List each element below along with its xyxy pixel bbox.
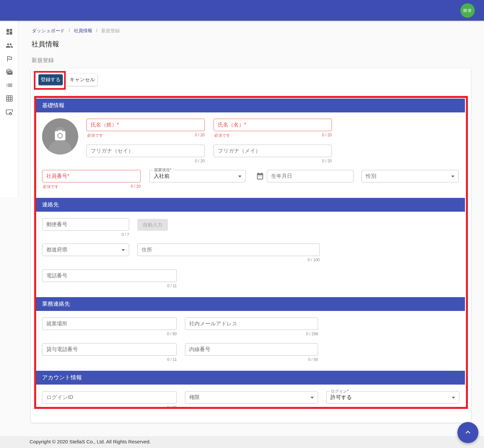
- permission-select[interactable]: 権限: [185, 391, 318, 404]
- prefecture-select[interactable]: 都道府県: [42, 244, 129, 256]
- section-header-account: アカウント情報: [36, 371, 465, 385]
- page-title: 社員情報: [32, 39, 59, 49]
- profile-photo-upload[interactable]: [42, 118, 78, 154]
- employee-number-helper: 必須です: [43, 184, 59, 190]
- section-header-contact: 連絡先: [36, 198, 465, 212]
- sidebar-item-list[interactable]: [6, 82, 13, 89]
- camera-avatar-icon: [42, 150, 78, 155]
- window-settings-icon: [6, 111, 13, 117]
- company-email-input[interactable]: 社内メールアドレス: [185, 318, 318, 330]
- extension-input[interactable]: 内線番号: [185, 343, 318, 356]
- breadcrumb-dashboard[interactable]: ダッシュボード: [32, 28, 65, 33]
- chevron-down-icon: [122, 249, 125, 251]
- employee-registration-page: 統管 ダッシュボード / 社員情報 / 新規登録 社員情報: [0, 0, 484, 448]
- lent-phone-input[interactable]: 貸与電話番号: [42, 343, 177, 356]
- chevron-down-icon: [452, 397, 455, 399]
- breadcrumb-separator: /: [69, 28, 70, 33]
- sidebar-item-flag[interactable]: [6, 55, 13, 62]
- page-footer: Copyright © 2020 StellaS Co., Ltd. All R…: [0, 436, 484, 448]
- last-name-input[interactable]: 氏名（姓）*: [86, 119, 205, 131]
- mail-stack-icon: [6, 71, 13, 77]
- last-name-counter: 0 / 20: [195, 133, 205, 137]
- register-button[interactable]: 登録する: [38, 74, 63, 85]
- calendar-icon[interactable]: [256, 172, 264, 180]
- phone-input[interactable]: 電話番号: [42, 270, 177, 282]
- copyright-text: Copyright © 2020 StellaS Co., Ltd. All R…: [30, 439, 151, 444]
- address-counter: 0 / 100: [308, 258, 320, 262]
- zip-code-input[interactable]: 郵便番号: [42, 218, 129, 231]
- flag-icon: [6, 58, 13, 63]
- last-kana-input[interactable]: フリガナ（セイ）: [86, 145, 205, 157]
- sidebar-item-mail[interactable]: [6, 68, 13, 76]
- section-header-basic: 基礎情報: [36, 99, 465, 112]
- login-id-input[interactable]: ログインID: [42, 391, 177, 404]
- user-avatar-label: 統管: [463, 8, 472, 13]
- page-subtitle: 新規登録: [32, 57, 54, 64]
- sidebar-item-table[interactable]: [6, 95, 13, 102]
- employee-number-input[interactable]: 社員番号*: [42, 170, 141, 182]
- company-email-counter: 0 / 256: [306, 332, 318, 336]
- chevron-up-icon: [463, 428, 472, 438]
- login-id-counter: 0 / 30: [167, 405, 177, 410]
- first-kana-counter: 0 / 20: [322, 159, 332, 163]
- first-name-counter: 0 / 20: [322, 133, 332, 137]
- cancel-button[interactable]: キャンセル: [67, 74, 97, 86]
- workplace-input[interactable]: 就業場所: [42, 318, 177, 330]
- sidebar-item-window-settings[interactable]: [6, 108, 13, 116]
- phone-counter: 0 / 11: [167, 284, 177, 288]
- chevron-down-icon: [311, 397, 314, 399]
- scroll-to-top-button[interactable]: [457, 422, 478, 443]
- extension-counter: 0 / 50: [308, 357, 318, 362]
- chevron-down-icon: [238, 176, 242, 177]
- last-kana-counter: 0 / 20: [195, 159, 205, 163]
- sidebar-nav: [0, 21, 18, 197]
- sidebar-item-members[interactable]: [6, 42, 13, 49]
- user-avatar[interactable]: 統管: [460, 3, 475, 18]
- lent-phone-counter: 0 / 11: [167, 357, 177, 362]
- gender-select[interactable]: 性別: [361, 170, 459, 182]
- breadcrumb-separator: /: [96, 28, 98, 33]
- address-autofill-button: 自動入力: [137, 219, 168, 231]
- section-header-work-contact: 業務連絡先: [36, 297, 465, 311]
- breadcrumb-current: 新規登録: [101, 28, 120, 33]
- employment-status-select[interactable]: 就業状況* 入社前: [150, 170, 246, 182]
- breadcrumb-employee-info[interactable]: 社員情報: [74, 28, 92, 33]
- birth-date-input[interactable]: 生年月日: [267, 170, 354, 182]
- workplace-counter: 0 / 50: [167, 332, 177, 336]
- breadcrumb: ダッシュボード / 社員情報 / 新規登録: [32, 28, 120, 34]
- people-icon: [6, 45, 13, 50]
- login-allow-select[interactable]: ログイン* 許可する: [326, 391, 459, 404]
- app-header: 統管: [0, 0, 484, 21]
- first-name-helper: 必須です: [214, 133, 230, 138]
- list-icon: [6, 84, 13, 90]
- chevron-down-icon: [451, 176, 454, 177]
- dashboard-icon: [6, 31, 13, 36]
- grid-icon: [6, 98, 13, 103]
- first-name-input[interactable]: 氏名（名）*: [214, 119, 332, 131]
- zip-code-counter: 0 / 7: [122, 232, 129, 237]
- sidebar-item-dashboard[interactable]: [6, 28, 13, 35]
- first-kana-input[interactable]: フリガナ（メイ）: [214, 145, 332, 157]
- employee-number-counter: 0 / 20: [131, 184, 141, 189]
- last-name-helper: 必須です: [87, 133, 103, 138]
- address-input[interactable]: 住所: [137, 244, 320, 256]
